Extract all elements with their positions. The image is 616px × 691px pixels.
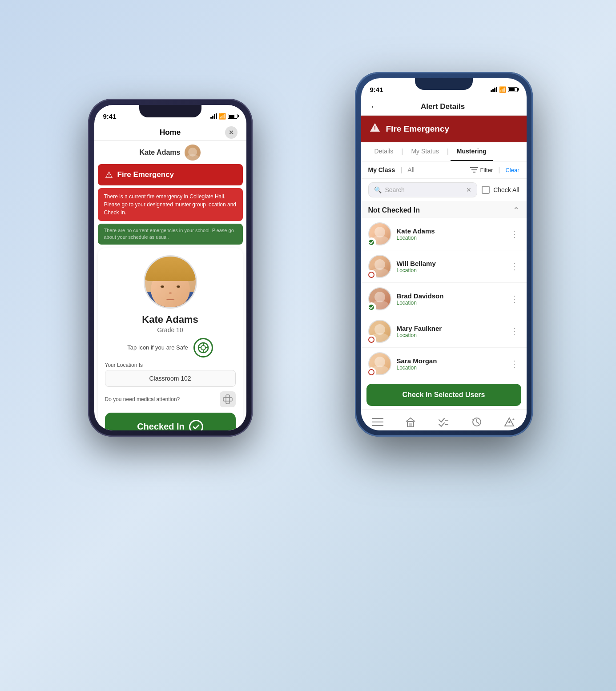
- tab-mustering[interactable]: Mustering: [451, 142, 493, 161]
- fire-emergency-title-right: Fire Emergency: [386, 124, 450, 134]
- svg-rect-7: [226, 395, 229, 404]
- left-nav-bar: Home ✕: [94, 125, 246, 141]
- location-label: Your Location Is: [105, 362, 143, 368]
- user-name-sara: Sara Morgan: [397, 357, 505, 365]
- svg-point-1: [201, 346, 205, 350]
- tab-bar-home-icon[interactable]: [402, 415, 419, 429]
- svg-point-17: [369, 370, 374, 375]
- svg-point-16: [369, 337, 374, 342]
- check-all-checkbox[interactable]: [482, 186, 490, 194]
- check-status-mary: [366, 335, 376, 345]
- user-location-brad: Location: [397, 300, 505, 306]
- user-info-mary: Mary Faulkner Location: [397, 325, 505, 338]
- fire-emergency-banner-left: ⚠ Fire Emergency: [98, 164, 243, 185]
- filter-icon: [470, 167, 478, 173]
- tab-details[interactable]: Details: [368, 142, 400, 161]
- signal-icon: [210, 113, 217, 119]
- more-options-kate[interactable]: ⋮: [510, 229, 519, 239]
- bottom-tab-bar: +: [361, 410, 527, 430]
- right-phone: 9:41 📶 ← Alert Details: [355, 72, 533, 437]
- left-phone-screen: 9:41 📶 Home ✕: [94, 105, 246, 430]
- checked-in-label: Checked In: [137, 422, 185, 430]
- right-signal-icon: [491, 87, 497, 92]
- safe-icon[interactable]: [193, 338, 213, 358]
- svg-text:!: !: [374, 125, 375, 132]
- right-battery-icon: [508, 87, 518, 92]
- svg-text:+: +: [512, 418, 515, 422]
- more-options-will[interactable]: ⋮: [510, 261, 519, 272]
- search-clear-icon[interactable]: ✕: [466, 186, 471, 193]
- chevron-up-icon[interactable]: ⌃: [513, 205, 519, 215]
- warning-icon-right: !: [369, 122, 381, 136]
- tab-bar-menu-icon[interactable]: [369, 415, 387, 429]
- check-all-row[interactable]: Check All: [482, 186, 519, 194]
- left-status-time: 9:41: [103, 112, 117, 120]
- medical-icon[interactable]: [220, 391, 236, 407]
- profile-avatar: [144, 255, 197, 309]
- fire-description: There is a current fire emergency in Col…: [98, 188, 243, 221]
- user-info-will: Will Bellamy Location: [397, 260, 505, 273]
- check-status-sara: [366, 367, 376, 377]
- check-status-will: [366, 270, 376, 280]
- user-name-label: Kate Adams: [140, 149, 181, 157]
- my-class-filter[interactable]: My Class: [368, 166, 395, 173]
- user-name-bar: Kate Adams: [94, 141, 246, 164]
- filter-button[interactable]: Filter: [470, 167, 493, 173]
- user-list-item-kate: Kate Adams Location ⋮: [361, 218, 527, 250]
- medical-label: Do you need medical attention?: [105, 396, 180, 402]
- user-name-will: Will Bellamy: [397, 260, 505, 267]
- left-nav-title: Home: [160, 128, 181, 137]
- filter-label: Filter: [480, 167, 493, 173]
- check-in-selected-button[interactable]: Check In Selected Users: [366, 384, 521, 406]
- tab-bar-history-icon[interactable]: [468, 415, 486, 429]
- search-row: 🔍 Search ✕ Check All: [361, 179, 527, 201]
- tab-bar-alert-add-icon[interactable]: +: [501, 415, 519, 429]
- location-input[interactable]: Classroom 102: [105, 370, 236, 387]
- more-options-mary[interactable]: ⋮: [510, 326, 519, 337]
- more-options-brad[interactable]: ⋮: [510, 293, 519, 304]
- user-info-sara: Sara Morgan Location: [397, 357, 505, 371]
- user-list-item-sara: Sara Morgan Location ⋮: [361, 348, 527, 380]
- user-location-will: Location: [397, 267, 505, 273]
- medical-row: Do you need medical attention?: [105, 391, 236, 407]
- user-list-item-will: Will Bellamy Location ⋮: [361, 250, 527, 283]
- close-button[interactable]: ✕: [225, 126, 238, 139]
- back-button[interactable]: ←: [370, 101, 379, 112]
- right-nav-bar: ← Alert Details: [361, 98, 527, 116]
- user-list: Kate Adams Location ⋮: [361, 218, 527, 380]
- user-location-kate: Location: [397, 235, 505, 241]
- search-input[interactable]: Search: [385, 186, 463, 193]
- svg-rect-22: [409, 423, 412, 427]
- clear-button[interactable]: Clear: [505, 167, 519, 173]
- phones-container: 9:41 📶 Home ✕: [75, 45, 542, 646]
- checked-in-button[interactable]: Checked In: [105, 413, 236, 430]
- tabs-row: Details | My Status | Mustering: [361, 142, 527, 161]
- no-emergency-box: There are no current emergencies in your…: [98, 224, 243, 245]
- left-phone-notch: [139, 105, 201, 117]
- svg-point-14: [369, 272, 374, 277]
- user-name-kate: Kate Adams: [397, 227, 505, 235]
- user-avatar-small: [185, 145, 201, 161]
- svg-rect-6: [223, 398, 232, 401]
- right-status-icons: 📶: [491, 86, 518, 93]
- not-checked-in-section-header: Not Checked In ⌃: [361, 201, 527, 218]
- more-options-sara[interactable]: ⋮: [510, 358, 519, 369]
- user-location-mary: Location: [397, 332, 505, 338]
- profile-grade: Grade 10: [157, 326, 183, 333]
- check-status-brad: [366, 302, 376, 312]
- tab-bar-checklist-icon[interactable]: [435, 415, 452, 429]
- search-box: 🔍 Search ✕: [368, 182, 478, 197]
- fire-emergency-title-left: Fire Emergency: [117, 170, 174, 179]
- not-checked-in-title: Not Checked In: [368, 206, 420, 214]
- left-status-icons: 📶: [210, 113, 238, 120]
- right-phone-screen: 9:41 📶 ← Alert Details: [361, 78, 527, 430]
- user-info-brad: Brad Davidson Location: [397, 292, 505, 306]
- check-circle-icon: [189, 420, 203, 430]
- check-in-selected-label: Check In Selected Users: [403, 391, 485, 398]
- right-status-time: 9:41: [370, 86, 383, 93]
- all-filter[interactable]: All: [407, 166, 415, 173]
- left-phone: 9:41 📶 Home ✕: [88, 99, 253, 437]
- warning-icon-left: ⚠: [105, 169, 113, 180]
- tab-my-status[interactable]: My Status: [405, 142, 445, 161]
- battery-icon: [228, 114, 238, 119]
